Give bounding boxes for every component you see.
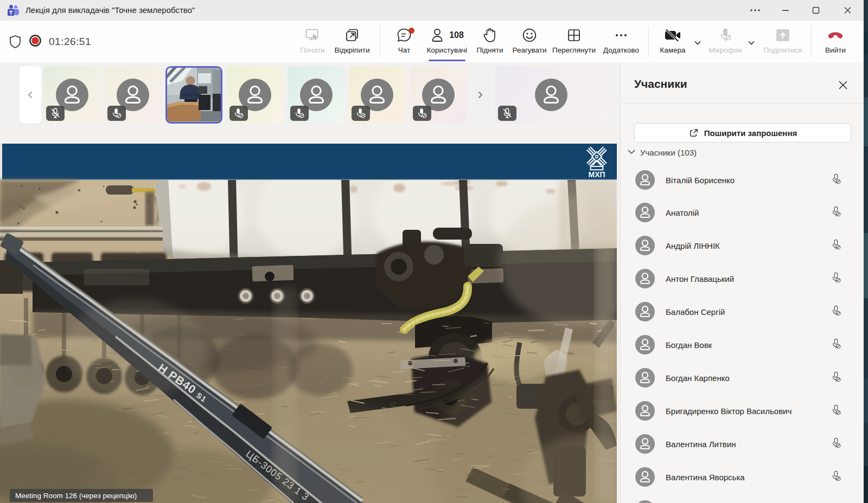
svg-text:Meeting Room 126 (через рецепц: Meeting Room 126 (через рецепцію) xyxy=(15,492,137,500)
svg-text:МХП: МХП xyxy=(588,170,605,179)
